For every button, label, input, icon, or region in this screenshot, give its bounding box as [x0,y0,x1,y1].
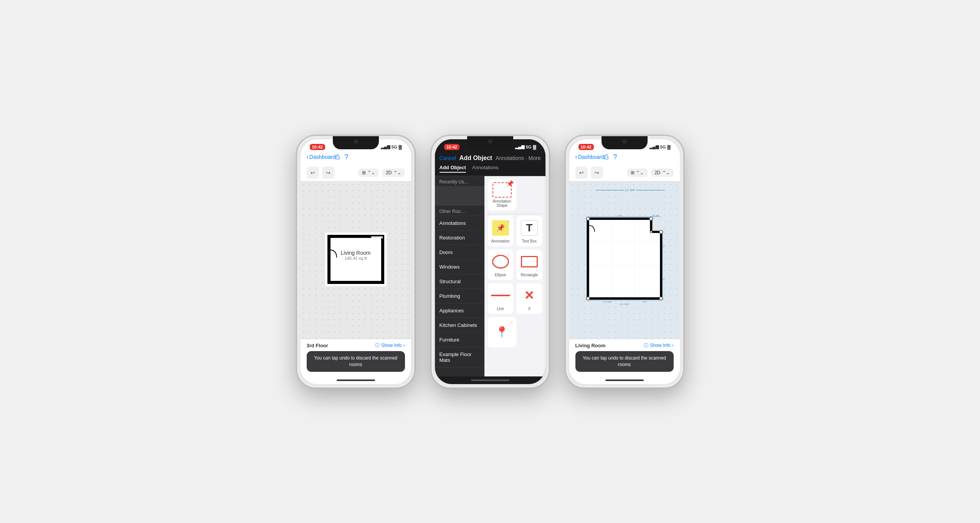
text-box-visual: T [521,220,538,236]
object-card-annotation-shape[interactable]: ☆ Annotation Shape [488,179,516,211]
floorplan-container-3: 11' 3/4" [577,189,672,331]
category-item-annotations[interactable]: Annotations [435,216,485,231]
empty-card-2 [519,317,542,348]
chevron-up-down-icon-1: ⌃⌄ [367,170,375,175]
undo-button-1[interactable]: ↩ [307,167,319,179]
star-icon-3[interactable]: ☆ [506,252,511,258]
star-icon-4[interactable]: ☆ [509,319,514,325]
category-item-floor-mats[interactable]: Example Floor Mats [435,347,485,368]
redo-button-1[interactable]: ↪ [322,167,334,179]
toolbar-3: ↩ ↪ ⊞ ⌃⌄ 2D ⌃⌄ [569,164,680,181]
add-object-title: Add Object [456,155,496,162]
nav-actions-3: ⎙ ? [604,153,617,161]
category-item-windows[interactable]: Windows [435,260,485,274]
home-indicator-2 [435,376,545,384]
svg-text:12' 2 3/4": 12' 2 3/4" [620,303,629,305]
category-item-doors[interactable]: Doors [435,245,485,260]
toolbar-1: ↩ ↪ ⊞ ⌃⌄ 2D ⌃⌄ [301,164,411,181]
help-icon-1[interactable]: ? [344,153,348,161]
object-label-line: Line [497,307,504,311]
recently-used-section-title: Recently Us… [435,176,485,186]
nav-bar-1: ‹ Dashboard ⎙ ? [301,152,411,164]
help-icon-3[interactable]: ? [613,153,617,161]
view-mode-label-3: 2D [654,170,660,175]
canvas-area-3[interactable]: 11' 3/4" [569,181,680,339]
layers-select-3[interactable]: ⊞ ⌃⌄ [627,168,648,177]
tab-add-object[interactable]: Add Object [440,165,466,173]
partial-icon: 📍 [495,326,509,338]
network-label-3: 5G [660,145,666,149]
signal-icon-2: ▂▄▆ [515,144,524,149]
category-item-restoration[interactable]: Restoration [435,231,485,245]
layers-select-1[interactable]: ⊞ ⌃⌄ [358,168,379,177]
object-label-textbox: Text Box [522,239,537,243]
empty-card-1 [519,179,542,211]
view-mode-select-3[interactable]: 2D ⌃⌄ [651,168,673,177]
category-item-plumbing[interactable]: Plumbing [435,289,485,304]
object-card-line[interactable]: Line [488,283,513,314]
floor-label-1: 3rd Floor [307,343,328,348]
svg-text:2' 5": 2' 5" [663,245,664,247]
canvas-area-1[interactable]: Living Room 145.42 sq ft [301,181,411,339]
star-icon-2[interactable]: ☆ [506,218,511,224]
object-card-annotation[interactable]: ☆ 📌 Annotation [488,216,513,246]
toast-message-3: You can tap undo to discard the scanned … [575,351,674,372]
category-item-kitchen[interactable]: Kitchen Cabinets [435,318,485,333]
object-card-x[interactable]: ✕ X [516,283,542,314]
dim-top-label: 11' 3/4" [624,188,636,192]
recently-used-item[interactable] [435,186,485,206]
floorplan-1: Living Room 145.42 sq ft [321,229,390,292]
status-right-3: ▂▄▆ 5G ▓ [649,144,671,149]
toast-message-1: You can tap undo to discard the scanned … [307,351,405,372]
objects-row-1: ☆ Annotation Shape [488,179,542,211]
object-card-rectangle[interactable]: Rectangle [516,249,542,280]
dim-top: 11' 3/4" [596,190,664,190]
info-icon-1: ⓘ [375,342,380,349]
object-preview-annotation-shape [491,182,513,198]
back-button-1[interactable]: ‹ Dashboard [307,153,336,160]
undo-button-3[interactable]: ↩ [575,167,588,179]
category-item-appliances[interactable]: Appliances [435,304,485,318]
redo-button-3[interactable]: ↪ [591,167,603,179]
category-item-furniture[interactable]: Furniture [435,333,485,347]
floor-plan-svg-3: 2' 8" 8' 3/4" 2' 5" 9' 8 1/2" 12' 1 1/2" [585,197,664,323]
chevron-left-icon-1: ‹ [307,153,309,160]
phone-2: 10:42 ▂▄▆ 5G ▓ Cancel Add Object Annotat… [431,135,550,388]
room-label-1: Living Room 145.42 sq ft [321,250,390,261]
show-info-button-3[interactable]: ⓘ Show Info › [644,342,673,349]
back-button-3[interactable]: ‹ Dashboard [575,153,605,160]
view-mode-select-1[interactable]: 2D ⌃⌄ [382,168,405,177]
signal-icon-1: ▂▄▆ [381,144,390,149]
chevron-up-down-icon-2: ⌃⌄ [393,170,401,175]
objects-row-4: Line ✕ X [488,283,542,314]
category-item-structural[interactable]: Structural [435,274,485,289]
layers-icon-3: ⊞ [631,170,635,175]
cancel-button[interactable]: Cancel [440,155,456,161]
home-indicator-1 [301,376,411,384]
objects-row-5: ☆ 📍 [488,317,542,348]
phone-1: 10:42 ▂▄▆ 5G ▓ ‹ Dashboard ⎙ ? [296,135,415,388]
show-info-button-1[interactable]: ⓘ Show Info › [375,342,405,349]
objects-row-2: ☆ 📌 Annotation T [488,216,542,246]
layers-icon-1: ⊞ [362,170,366,175]
annotation-shape-visual [492,182,512,198]
floor-info-1: 3rd Floor ⓘ Show Info › [307,342,405,349]
svg-text:12' 1 1/2": 12' 1 1/2" [585,258,585,268]
nav-actions-1: ⎙ ? [335,153,348,161]
object-preview-line [491,286,510,305]
room-label-3: Living Room [575,343,606,348]
status-time-3: 10:42 [578,144,594,150]
svg-point-9 [649,217,653,220]
share-icon-3[interactable]: ⎙ [604,153,608,161]
object-card-partial[interactable]: ☆ 📍 [488,317,516,348]
more-tab[interactable]: Annotations · More [496,155,541,161]
object-card-ellipse[interactable]: ☆ Ellipse [488,249,513,280]
share-icon-1[interactable]: ⎙ [335,153,340,161]
battery-icon-3: ▓ [667,145,670,149]
object-card-textbox[interactable]: T Text Box [516,216,542,246]
status-bar-3: 10:42 ▂▄▆ 5G ▓ [569,139,680,152]
room-name-1: Living Room [321,250,390,256]
tab-annotations[interactable]: Annotations [472,165,499,173]
add-object-content: Recently Us… Other Roo… Annotations Rest… [435,176,545,376]
status-right-2: ▂▄▆ 5G ▓ [515,144,536,149]
